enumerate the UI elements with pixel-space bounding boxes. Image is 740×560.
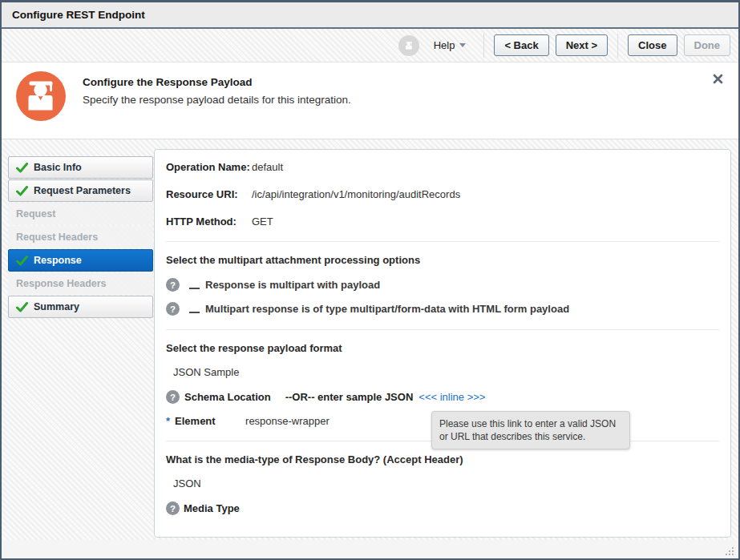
inline-link-tooltip: Please use this link to enter a valid JS… <box>431 411 630 449</box>
wizard-steps-sidebar: Basic Info Request Parameters Request Re… <box>8 156 153 319</box>
sidebar-item-response[interactable]: Response <box>8 249 153 272</box>
media-type-heading: What is the media-type of Response Body?… <box>166 453 719 465</box>
check-icon <box>16 256 28 266</box>
check-icon <box>16 302 28 312</box>
multipart-option-label: Multipart response is of type multipart/… <box>205 303 569 315</box>
sidebar-item-basic-info[interactable]: Basic Info <box>8 156 153 179</box>
help-hint-icon[interactable]: ? <box>166 390 180 404</box>
required-marker: * <box>166 415 170 427</box>
chevron-down-icon <box>459 43 466 47</box>
sidebar-item-label: Summary <box>34 301 79 312</box>
element-value: response-wrapper <box>245 415 330 427</box>
step-header-text: Configure the Response Payload Specify t… <box>83 71 351 106</box>
operation-name-value: default <box>252 161 283 173</box>
multipart-section-heading: Select the multipart attachment processi… <box>166 254 719 266</box>
step-subtitle: Specify the response payload details for… <box>83 94 351 106</box>
or-enter-sample-json-label: --OR-- enter sample JSON <box>285 391 414 403</box>
section-divider <box>166 329 719 330</box>
toolbar-separator <box>483 34 484 58</box>
back-button[interactable]: < Back <box>494 34 548 56</box>
resource-uri-label: Resource URI: <box>166 188 252 200</box>
http-method-label: HTTP Method: <box>166 216 252 228</box>
multipart-option-label: Response is multipart with payload <box>205 279 380 291</box>
check-icon <box>16 163 28 173</box>
step-header: Configure the Response Payload Specify t… <box>2 62 738 139</box>
done-button: Done <box>684 34 731 56</box>
multipart-option-row: ? Response is multipart with payload <box>166 278 719 292</box>
close-icon[interactable] <box>713 74 723 84</box>
wizard-toolbar: Help < Back Next > Close Done <box>2 29 738 62</box>
section-divider <box>166 241 719 242</box>
close-button[interactable]: Close <box>628 34 677 56</box>
http-method-value: GET <box>252 216 273 228</box>
element-label: Element <box>175 415 245 427</box>
payload-format-heading: Select the response payload format <box>166 342 719 354</box>
toolbar-separator <box>617 34 618 58</box>
dialog-title: Configure REST Endpoint <box>12 9 145 21</box>
sidebar-item-request: Request <box>8 203 153 225</box>
sidebar-item-label: Request Parameters <box>34 185 131 196</box>
schema-location-row: ? Schema Location --OR-- enter sample JS… <box>166 390 719 404</box>
http-method-row: HTTP Method: GET <box>166 216 719 228</box>
media-type-label: Media Type <box>184 502 240 514</box>
dialog-footer <box>2 540 738 558</box>
sidebar-item-summary[interactable]: Summary <box>8 296 153 318</box>
dialog-titlebar: Configure REST Endpoint <box>2 2 738 29</box>
media-type-value: JSON <box>173 477 719 489</box>
response-config-panel: Operation Name: default Resource URI: /i… <box>154 149 731 538</box>
sidebar-item-request-headers: Request Headers <box>8 226 153 248</box>
help-label: Help <box>434 39 455 51</box>
help-menu[interactable]: Help <box>434 39 467 51</box>
response-multipart-checkbox[interactable] <box>189 280 200 289</box>
inline-json-link[interactable]: <<< inline >>> <box>419 391 485 403</box>
sidebar-item-label: Basic Info <box>34 162 82 173</box>
operation-name-row: Operation Name: default <box>166 161 719 173</box>
sidebar-item-response-headers: Response Headers <box>8 272 153 295</box>
next-button[interactable]: Next > <box>556 34 608 56</box>
resize-grip[interactable] <box>725 546 734 556</box>
sidebar-item-label: Response <box>34 255 82 266</box>
multipart-option-row: ? Multipart response is of type multipar… <box>166 302 719 316</box>
check-icon <box>16 186 28 196</box>
rest-adapter-icon <box>16 71 66 121</box>
sidebar-item-label: Request <box>16 208 55 220</box>
multipart-formdata-checkbox[interactable] <box>189 304 200 313</box>
payload-format-value: JSON Sample <box>173 366 719 378</box>
sidebar-item-request-parameters[interactable]: Request Parameters <box>8 179 153 202</box>
media-type-row: ? Media Type <box>166 502 719 515</box>
configure-rest-endpoint-dialog: Configure REST Endpoint Help < Back Next… <box>0 0 740 560</box>
help-hint-icon[interactable]: ? <box>166 302 180 316</box>
resource-uri-row: Resource URI: /ic/api/integration/v1/mon… <box>166 188 719 200</box>
sidebar-item-label: Request Headers <box>16 232 98 243</box>
sidebar-item-label: Response Headers <box>16 278 107 289</box>
help-hint-icon[interactable]: ? <box>166 278 180 292</box>
operation-name-label: Operation Name: <box>166 161 252 173</box>
schema-location-label: Schema Location <box>184 391 271 403</box>
resource-uri-value: /ic/api/integration/v1/monitoring/auditR… <box>252 188 460 200</box>
rest-adapter-mini-icon <box>398 35 419 56</box>
wizard-body: Basic Info Request Parameters Request Re… <box>2 139 738 540</box>
step-title: Configure the Response Payload <box>83 76 351 88</box>
help-hint-icon[interactable]: ? <box>166 502 180 515</box>
